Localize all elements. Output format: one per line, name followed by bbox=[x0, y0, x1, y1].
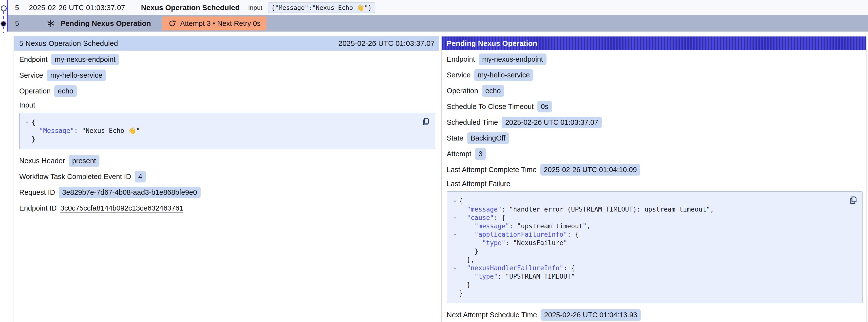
code-line: "message": "upstream timeout", bbox=[451, 222, 845, 230]
code-line: } bbox=[451, 281, 845, 289]
timeline-node-filled-icon bbox=[1, 22, 6, 26]
code-gutter bbox=[451, 239, 459, 247]
field-value: 3e829b7e-7d67-4b08-aad3-b1e868bfe9e0 bbox=[59, 187, 200, 198]
field-label: Scheduled Time bbox=[447, 118, 498, 127]
retry-badge: Attempt 3 • Next Retry 0s bbox=[162, 17, 267, 30]
field-row: Service my-hello-service bbox=[447, 69, 863, 81]
pending-title: Pending Nexus Operation bbox=[60, 19, 151, 28]
code-line: } bbox=[23, 135, 417, 143]
asterisk-icon bbox=[46, 19, 56, 28]
input-label: Input bbox=[248, 4, 262, 11]
code-gutter bbox=[23, 135, 32, 143]
field-label: Schedule To Close Timeout bbox=[447, 103, 534, 111]
input-value-chip: {"Message":"Nexus Echo 👋"} bbox=[268, 2, 375, 13]
copy-button[interactable] bbox=[421, 116, 431, 127]
field-list: Endpoint my-nexus-endpoint Service my-he… bbox=[447, 54, 863, 175]
code-line: "Message": "Nexus Echo 👋" bbox=[23, 127, 417, 135]
code-gutter bbox=[451, 255, 459, 264]
code-line: "message": "handler error (UPSTREAM_TIME… bbox=[451, 205, 845, 214]
code-lines: { "Message": "Nexus Echo 👋"} bbox=[23, 118, 417, 143]
field-row: Last Attempt Complete Time 2025-02-26 UT… bbox=[447, 164, 863, 175]
field-row: Workflow Task Completed Event ID 4 bbox=[19, 171, 435, 183]
code-gutter bbox=[451, 272, 459, 281]
panel-title: 5 Nexus Operation Scheduled bbox=[19, 39, 118, 47]
copy-icon bbox=[421, 117, 431, 127]
field-list: Endpoint my-nexus-endpoint Service my-he… bbox=[19, 54, 435, 97]
field-row: Scheduled Time 2025-02-26 UTC 01:03:37.0… bbox=[447, 117, 863, 128]
copy-button[interactable] bbox=[848, 195, 859, 205]
chevron-down-icon[interactable] bbox=[451, 214, 459, 222]
code-gutter bbox=[451, 222, 459, 230]
event-row-nexus-operation-scheduled[interactable]: 5 2025-02-26 UTC 01:03:37.07 Nexus Opera… bbox=[8, 0, 868, 15]
event-detail-panel: 5 Nexus Operation Scheduled 2025-02-26 U… bbox=[13, 36, 439, 322]
pending-event-id-link[interactable]: 5 bbox=[15, 20, 19, 28]
field-value: my-nexus-endpoint bbox=[51, 54, 119, 65]
field-label: Endpoint bbox=[19, 56, 48, 64]
code-gutter bbox=[451, 205, 459, 214]
field-label: Request ID bbox=[19, 188, 55, 196]
field-label: Attempt bbox=[447, 150, 471, 158]
selected-accent-bar bbox=[7, 0, 8, 32]
field-row: Service my-hello-service bbox=[19, 69, 435, 81]
field-value: 2025-02-26 UTC 01:03:37.07 bbox=[502, 117, 601, 128]
panel-title: Pending Nexus Operation bbox=[447, 39, 537, 47]
detail-panels: 5 Nexus Operation Scheduled 2025-02-26 U… bbox=[13, 36, 867, 322]
code-gutter bbox=[451, 281, 459, 289]
field-label: State bbox=[447, 134, 464, 142]
chevron-down-icon[interactable] bbox=[23, 118, 32, 127]
field-row: Attempt 3 bbox=[447, 148, 863, 160]
input-section-label: Input bbox=[19, 101, 435, 109]
field-label: Operation bbox=[19, 87, 51, 95]
field-label: Endpoint ID bbox=[19, 204, 57, 212]
failure-json-viewer: { "message": "handler error (UPSTREAM_TI… bbox=[447, 191, 863, 303]
field-list: Nexus Header present Workflow Task Compl… bbox=[19, 155, 435, 214]
field-value: echo bbox=[482, 85, 504, 97]
field-value: echo bbox=[54, 85, 77, 97]
code-line: "nexusHandlerFailureInfo": { bbox=[451, 264, 845, 272]
field-label: Service bbox=[19, 71, 43, 79]
event-id-link[interactable]: 5 bbox=[15, 4, 19, 12]
event-input-summary: Input {"Message":"Nexus Echo 👋"} bbox=[248, 2, 375, 13]
pending-operation-panel: Pending Nexus Operation Endpoint my-nexu… bbox=[441, 36, 867, 322]
field-label: Nexus Header bbox=[19, 157, 65, 165]
chevron-down-icon[interactable] bbox=[451, 264, 459, 272]
chevron-down-icon[interactable] bbox=[451, 197, 459, 205]
timeline-node-open-icon bbox=[1, 5, 7, 11]
event-history-top: 5 2025-02-26 UTC 01:03:37.07 Nexus Opera… bbox=[0, 0, 868, 32]
field-value: 2025-02-26 UTC 01:04:13.93 bbox=[540, 309, 641, 321]
field-row: Endpoint my-nexus-endpoint bbox=[19, 54, 435, 65]
field-list: Next Attempt Schedule Time 2025-02-26 UT… bbox=[447, 309, 863, 321]
field-row: Schedule To Close Timeout 0s bbox=[447, 101, 863, 112]
copy-icon bbox=[848, 195, 858, 205]
field-label: Service bbox=[447, 71, 471, 79]
code-line: } bbox=[451, 247, 845, 255]
pending-nexus-operation-row[interactable]: 5 Pending Nexus Operation Attempt 3 • Ne… bbox=[8, 15, 868, 32]
field-row: Operation echo bbox=[19, 85, 435, 97]
code-gutter bbox=[451, 247, 459, 255]
code-line: }, bbox=[451, 255, 845, 264]
field-value: 4 bbox=[135, 171, 146, 183]
code-gutter bbox=[451, 289, 459, 297]
retry-icon bbox=[168, 20, 176, 27]
pending-operation-header: Pending Nexus Operation bbox=[442, 36, 866, 50]
code-line: "type": "UPSTREAM_TIMEOUT" bbox=[451, 272, 845, 281]
field-value: my-nexus-endpoint bbox=[479, 54, 547, 65]
field-label: Last Attempt Complete Time bbox=[447, 166, 537, 174]
code-line: { bbox=[23, 118, 417, 127]
code-line: "applicationFailureInfo": { bbox=[451, 230, 845, 239]
field-value: 3 bbox=[475, 148, 486, 160]
field-value[interactable]: 3c0c75ccfa8144b092c13ce632463761 bbox=[60, 204, 183, 212]
field-label: Workflow Task Completed Event ID bbox=[19, 172, 131, 181]
code-line: { bbox=[451, 197, 845, 205]
event-detail-header: 5 Nexus Operation Scheduled 2025-02-26 U… bbox=[14, 36, 439, 51]
field-label: Operation bbox=[447, 87, 478, 95]
field-value: BackingOff bbox=[467, 132, 509, 144]
event-detail-body: Endpoint my-nexus-endpoint Service my-he… bbox=[14, 51, 439, 214]
pending-operation-body: Endpoint my-nexus-endpoint Service my-he… bbox=[442, 50, 866, 321]
chevron-down-icon[interactable] bbox=[451, 230, 459, 239]
field-row: Endpoint my-nexus-endpoint bbox=[447, 54, 863, 65]
code-line: "type": "NexusFailure" bbox=[451, 239, 845, 247]
event-time: 2025-02-26 UTC 01:03:37.07 bbox=[29, 4, 125, 12]
field-label: Next Attempt Schedule Time bbox=[447, 311, 537, 319]
code-line: "cause": { bbox=[451, 214, 845, 222]
